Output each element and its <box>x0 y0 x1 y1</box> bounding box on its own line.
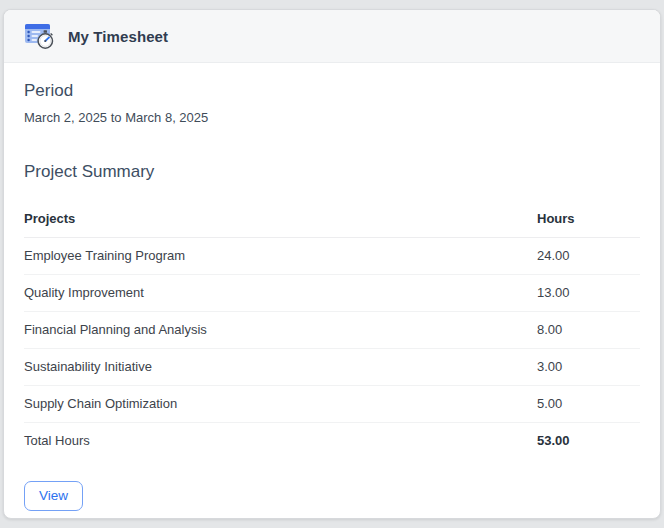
total-hours-value: 53.00 <box>537 422 640 459</box>
card-body: Period March 2, 2025 to March 8, 2025 Pr… <box>4 63 660 511</box>
hours-cell: 24.00 <box>537 237 640 274</box>
timesheet-card: My Timesheet Period March 2, 2025 to Mar… <box>3 9 661 519</box>
timesheet-clock-icon <box>24 21 56 51</box>
hours-cell: 13.00 <box>537 274 640 311</box>
project-summary-heading: Project Summary <box>24 162 640 182</box>
table-header-row: Projects Hours <box>24 200 640 237</box>
period-heading: Period <box>24 81 640 101</box>
column-header-projects: Projects <box>24 200 537 237</box>
period-range: March 2, 2025 to March 8, 2025 <box>24 110 640 126</box>
card-actions: View <box>24 481 640 511</box>
project-name-cell: Employee Training Program <box>24 237 537 274</box>
table-row: Employee Training Program 24.00 <box>24 237 640 274</box>
view-button[interactable]: View <box>24 481 83 511</box>
table-row: Sustainability Initiative 3.00 <box>24 348 640 385</box>
hours-cell: 5.00 <box>537 385 640 422</box>
project-summary-table: Projects Hours Employee Training Program… <box>24 200 640 459</box>
project-name-cell: Supply Chain Optimization <box>24 385 537 422</box>
project-name-cell: Quality Improvement <box>24 274 537 311</box>
total-label: Total Hours <box>24 422 537 459</box>
total-row: Total Hours 53.00 <box>24 422 640 459</box>
hours-cell: 8.00 <box>537 311 640 348</box>
card-header: My Timesheet <box>4 10 660 63</box>
table-row: Financial Planning and Analysis 8.00 <box>24 311 640 348</box>
project-name-cell: Sustainability Initiative <box>24 348 537 385</box>
table-row: Supply Chain Optimization 5.00 <box>24 385 640 422</box>
card-title: My Timesheet <box>68 28 168 45</box>
column-header-hours: Hours <box>537 200 640 237</box>
project-name-cell: Financial Planning and Analysis <box>24 311 537 348</box>
hours-cell: 3.00 <box>537 348 640 385</box>
table-row: Quality Improvement 13.00 <box>24 274 640 311</box>
